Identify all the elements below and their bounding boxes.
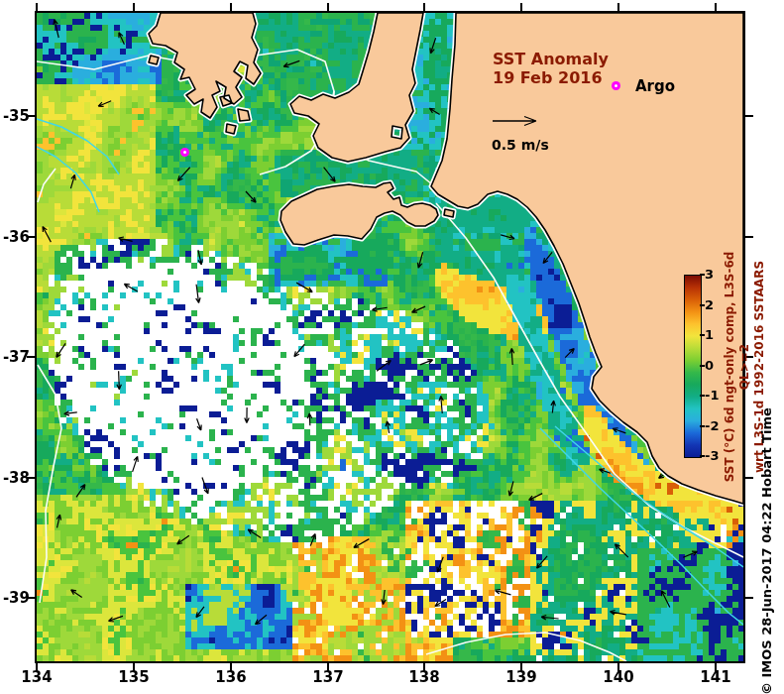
x-tick-top <box>423 3 425 11</box>
latitude-tick-label: -36 <box>0 228 30 246</box>
current-scale-arrow <box>491 111 542 131</box>
colorbar-title: SST (°C) 6d ngt-only comp, L3S-6d QL>=2 … <box>723 233 752 501</box>
argo-float-marker <box>180 148 189 157</box>
latitude-tick-label: -37 <box>0 348 30 366</box>
argo-legend-marker <box>612 81 620 90</box>
colorbar-title-line1: SST (°C) 6d ngt-only comp, L3S-6d QL>=2 <box>723 233 752 501</box>
sst-anomaly-figure: 134135136137138139140141-35-36-37-38-39 … <box>0 0 784 694</box>
latitude-tick-label: -35 <box>0 107 30 125</box>
x-tick-top <box>617 3 619 11</box>
x-tick-top <box>715 3 717 11</box>
longitude-tick-label: 141 <box>694 668 737 686</box>
x-tick-top <box>520 3 522 11</box>
longitude-tick-label: 139 <box>500 668 543 686</box>
argo-legend-marker-core <box>615 84 617 87</box>
longitude-tick-label: 135 <box>112 668 156 686</box>
longitude-tick-label: 136 <box>209 668 253 686</box>
longitude-tick-label: 138 <box>402 668 446 686</box>
figure-date: 19 Feb 2016 <box>493 68 609 87</box>
latitude-tick-label: -38 <box>0 469 30 487</box>
y-tick-right <box>745 115 753 117</box>
longitude-tick-label: 140 <box>597 668 640 686</box>
x-tick-top <box>327 3 329 11</box>
latitude-tick-label: -39 <box>0 589 30 607</box>
argo-float-marker-core <box>183 151 186 154</box>
figure-title-block: SST Anomaly 19 Feb 2016 <box>493 50 609 87</box>
x-tick-top <box>230 3 232 11</box>
x-tick-top <box>36 3 38 11</box>
figure-title: SST Anomaly <box>493 50 609 68</box>
y-tick-right <box>745 597 753 599</box>
map-frame <box>35 11 745 663</box>
x-tick-top <box>133 3 135 11</box>
current-scale-label: 0.5 m/s <box>492 137 549 153</box>
longitude-tick-label: 134 <box>15 668 58 686</box>
argo-legend-label: Argo <box>635 77 675 95</box>
longitude-tick-label: 137 <box>306 668 350 686</box>
imos-watermark: © IMOS 28-Jun-2017 04:22 Hobart Time <box>759 366 775 694</box>
